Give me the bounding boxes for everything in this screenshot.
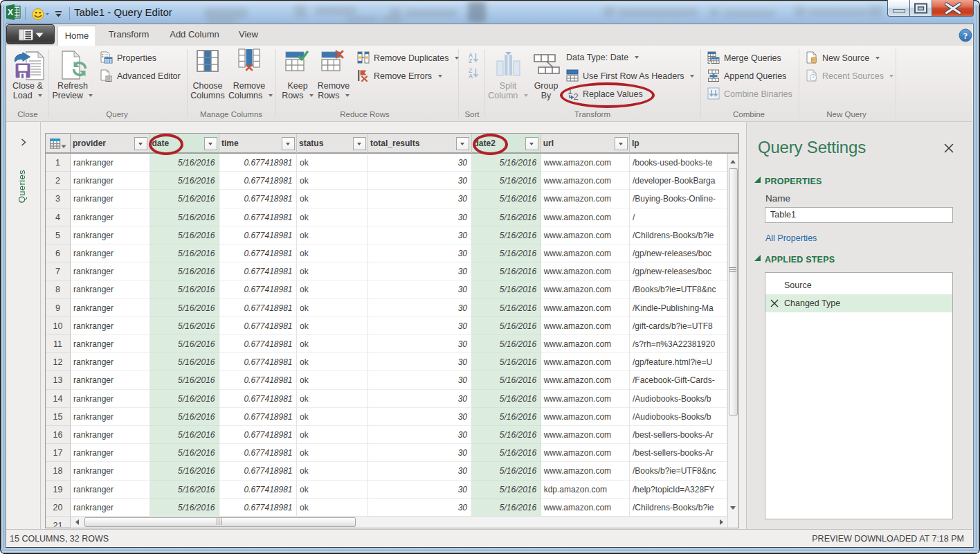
svg-text:?: ?	[963, 30, 968, 41]
svg-text:X: X	[8, 8, 14, 17]
svg-text:A: A	[469, 73, 473, 79]
svg-text:Z: Z	[469, 57, 472, 64]
